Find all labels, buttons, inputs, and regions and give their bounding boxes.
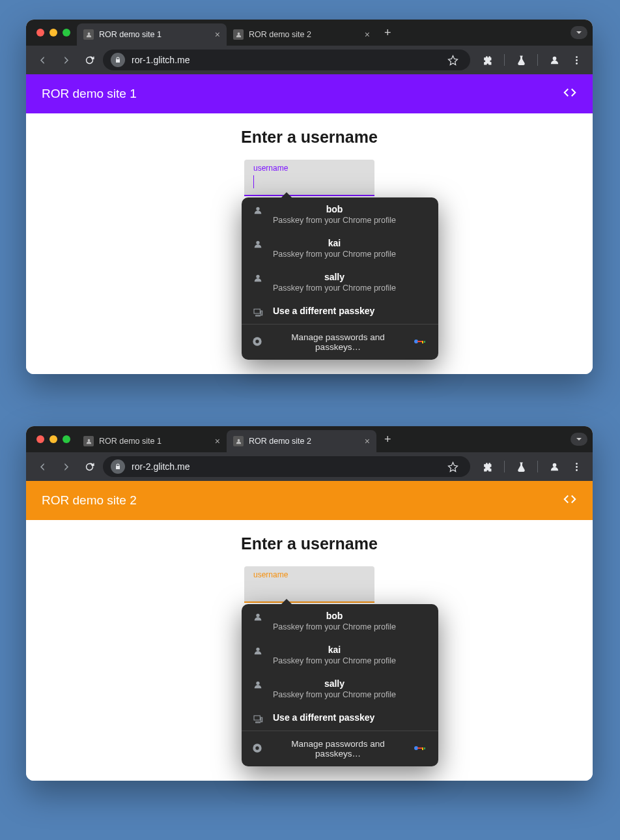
forward-button[interactable] xyxy=(56,457,76,476)
bookmark-star-icon[interactable] xyxy=(443,457,462,476)
back-button[interactable] xyxy=(33,50,52,70)
traffic-lights xyxy=(31,29,77,36)
passkey-suggestion[interactable]: sally Passkey from your Chrome profile xyxy=(242,265,438,299)
menu-icon[interactable] xyxy=(567,457,586,476)
google-key-icon xyxy=(414,337,428,348)
passkey-suggestion[interactable]: kai Passkey from your Chrome profile xyxy=(242,638,438,672)
site-info-icon[interactable] xyxy=(111,459,125,474)
svg-rect-6 xyxy=(417,341,423,342)
extensions-icon[interactable] xyxy=(478,50,498,70)
forward-button[interactable] xyxy=(56,50,76,70)
address-bar[interactable]: ror-2.glitch.me xyxy=(103,456,470,477)
tab-close-icon[interactable]: × xyxy=(365,436,370,446)
manage-label: Manage passwords and passkeys… xyxy=(270,739,406,759)
username-input[interactable]: username xyxy=(244,566,374,603)
passkey-name: bob xyxy=(273,204,396,214)
browser-window-1: ROR demo site 1 × ROR demo site 2 × + ro… xyxy=(26,20,593,374)
passkey-suggestion[interactable]: bob Passkey from your Chrome profile xyxy=(242,604,438,638)
text-caret xyxy=(253,175,254,188)
app-header: ROR demo site 1 xyxy=(26,74,593,113)
main-content: Enter a username username bob Passkey fr… xyxy=(26,520,593,660)
manage-passwords[interactable]: Manage passwords and passkeys… xyxy=(242,731,438,766)
back-button[interactable] xyxy=(33,457,52,476)
bookmark-star-icon[interactable] xyxy=(443,50,462,70)
url-text: ror-2.glitch.me xyxy=(132,461,190,472)
passkey-popup: bob Passkey from your Chrome profile kai… xyxy=(242,197,438,360)
code-icon[interactable] xyxy=(563,85,577,103)
traffic-zoom-icon[interactable] xyxy=(63,435,70,443)
profile-icon[interactable] xyxy=(544,50,564,70)
code-icon[interactable] xyxy=(563,492,577,510)
passkey-name: bob xyxy=(273,611,396,621)
passkey-suggestion[interactable]: sally Passkey from your Chrome profile xyxy=(242,672,438,706)
traffic-close-icon[interactable] xyxy=(36,435,44,443)
app-title: ROR demo site 1 xyxy=(42,87,137,101)
passkey-suggestion[interactable]: kai Passkey from your Chrome profile xyxy=(242,231,438,265)
separator xyxy=(537,54,538,66)
chrome-top: ROR demo site 1 × ROR demo site 2 × + ro… xyxy=(26,20,593,74)
labs-icon[interactable] xyxy=(511,457,531,476)
separator xyxy=(504,54,505,66)
profile-icon[interactable] xyxy=(544,457,564,476)
chrome-top: ROR demo site 1 × ROR demo site 2 × + ro… xyxy=(26,426,593,481)
svg-point-4 xyxy=(255,340,259,343)
popup-arrow-icon xyxy=(281,192,292,198)
passkey-detail: Passkey from your Chrome profile xyxy=(273,690,396,699)
tab-title: ROR demo site 2 xyxy=(249,437,311,446)
tab-title: ROR demo site 1 xyxy=(99,437,162,446)
passkey-detail: Passkey from your Chrome profile xyxy=(273,283,396,293)
passkey-icon xyxy=(252,204,264,216)
input-label: username xyxy=(253,164,365,173)
passkey-name: sally xyxy=(273,272,396,282)
svg-point-2 xyxy=(576,63,578,65)
svg-rect-15 xyxy=(417,747,423,749)
passkey-popup: bob Passkey from your Chrome profile kai… xyxy=(242,604,438,766)
traffic-minimize-icon[interactable] xyxy=(49,29,57,36)
tab-close-icon[interactable]: × xyxy=(215,436,220,446)
tab-ror1[interactable]: ROR demo site 1 × xyxy=(77,23,227,46)
favicon-icon xyxy=(83,29,94,40)
passkey-name: kai xyxy=(273,238,396,248)
chrome-icon xyxy=(252,743,262,755)
app-title: ROR demo site 2 xyxy=(42,493,137,508)
browser-window-2: ROR demo site 1 × ROR demo site 2 × + ro… xyxy=(26,426,593,781)
menu-icon[interactable] xyxy=(567,50,586,70)
passkey-suggestion[interactable]: bob Passkey from your Chrome profile xyxy=(242,197,438,231)
extensions-icon[interactable] xyxy=(478,457,498,476)
tab-ror1[interactable]: ROR demo site 1 × xyxy=(77,430,227,452)
tab-ror2[interactable]: ROR demo site 2 × xyxy=(227,430,376,452)
use-different-passkey[interactable]: Use a different passkey xyxy=(242,706,438,731)
passkey-icon xyxy=(252,644,264,656)
svg-point-13 xyxy=(255,746,259,749)
tab-ror2[interactable]: ROR demo site 2 × xyxy=(227,23,376,46)
use-different-passkey[interactable]: Use a different passkey xyxy=(242,299,438,324)
page-heading: Enter a username xyxy=(26,128,593,147)
passkey-icon xyxy=(252,611,264,622)
alt-label: Use a different passkey xyxy=(273,306,374,316)
labs-icon[interactable] xyxy=(511,50,531,70)
username-field-wrap: username xyxy=(244,160,374,196)
site-info-icon[interactable] xyxy=(111,53,125,67)
tab-close-icon[interactable]: × xyxy=(365,29,370,40)
svg-point-0 xyxy=(576,56,578,58)
traffic-minimize-icon[interactable] xyxy=(49,435,57,443)
tab-overflow-button[interactable] xyxy=(571,26,587,39)
separator xyxy=(537,461,538,472)
username-input[interactable]: username xyxy=(244,160,374,196)
address-bar[interactable]: ror-1.glitch.me xyxy=(103,50,470,70)
tab-close-icon[interactable]: × xyxy=(215,29,220,40)
passkey-detail: Passkey from your Chrome profile xyxy=(273,250,396,259)
traffic-close-icon[interactable] xyxy=(36,29,44,36)
new-tab-button[interactable]: + xyxy=(376,26,399,40)
chrome-icon xyxy=(252,336,262,349)
new-tab-button[interactable]: + xyxy=(376,433,399,446)
toolbar: ror-2.glitch.me xyxy=(26,452,593,481)
tab-overflow-button[interactable] xyxy=(571,433,587,446)
alt-label: Use a different passkey xyxy=(273,712,374,723)
traffic-zoom-icon[interactable] xyxy=(63,29,70,36)
reload-button[interactable] xyxy=(79,50,99,70)
favicon-icon xyxy=(233,436,244,446)
manage-passwords[interactable]: Manage passwords and passkeys… xyxy=(242,325,438,360)
reload-button[interactable] xyxy=(79,457,99,476)
passkey-icon xyxy=(252,238,264,250)
